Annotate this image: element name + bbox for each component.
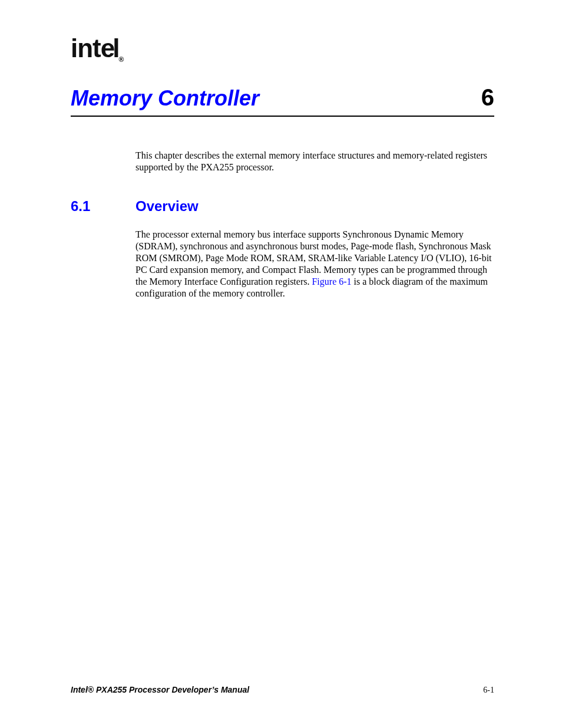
page-footer: Intel® PXA255 Processor Developer’s Manu… <box>71 685 494 695</box>
registered-mark: ® <box>117 55 124 64</box>
chapter-title-row: Memory Controller 6 <box>71 84 494 117</box>
chapter-title: Memory Controller <box>71 86 259 111</box>
figure-link[interactable]: Figure 6-1 <box>312 276 351 286</box>
section-heading: Overview <box>135 198 199 215</box>
footer-title: Intel® PXA255 Processor Developer’s Manu… <box>71 685 249 694</box>
footer-page-number: 6-1 <box>483 686 494 695</box>
chapter-number: 6 <box>481 84 494 111</box>
chapter-intro: This chapter describes the external memo… <box>135 150 494 173</box>
section-number: 6.1 <box>71 198 135 215</box>
section-body: The processor external memory bus interf… <box>135 229 494 299</box>
intel-logo: intel® <box>71 35 494 63</box>
page: intel® Memory Controller 6 This chapter … <box>0 0 562 728</box>
section-heading-row: 6.1 Overview <box>71 198 494 215</box>
